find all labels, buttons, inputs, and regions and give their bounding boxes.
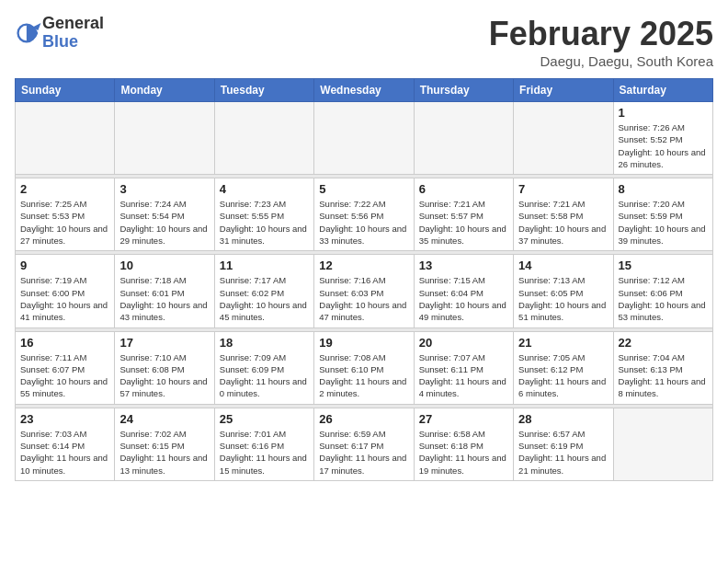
day-number: 22 (619, 336, 708, 350)
weekday-header-tuesday: Tuesday (214, 79, 313, 102)
calendar-cell: 4Sunrise: 7:23 AMSunset: 5:55 PMDaylight… (214, 178, 313, 251)
day-number: 25 (220, 412, 309, 426)
day-info: Sunrise: 7:18 AMSunset: 6:01 PMDaylight:… (119, 274, 209, 323)
calendar-cell: 28Sunrise: 6:57 AMSunset: 6:19 PMDayligh… (514, 408, 613, 480)
day-info: Sunrise: 7:26 AMSunset: 5:52 PMDaylight:… (619, 121, 708, 170)
day-number: 1 (619, 106, 708, 120)
calendar-cell: 27Sunrise: 6:58 AMSunset: 6:18 PMDayligh… (414, 408, 513, 480)
calendar-cell: 21Sunrise: 7:05 AMSunset: 6:12 PMDayligh… (514, 331, 613, 404)
day-info: Sunrise: 7:12 AMSunset: 6:06 PMDaylight:… (619, 274, 708, 323)
calendar-cell: 11Sunrise: 7:17 AMSunset: 6:02 PMDayligh… (214, 255, 313, 327)
day-number: 18 (220, 336, 309, 350)
calendar-cell (613, 408, 712, 480)
logo-icon (17, 20, 42, 46)
calendar-cell (16, 102, 115, 175)
day-info: Sunrise: 7:04 AMSunset: 6:13 PMDaylight:… (619, 351, 708, 400)
day-number: 10 (119, 259, 209, 272)
calendar-cell: 2Sunrise: 7:25 AMSunset: 5:53 PMDaylight… (16, 178, 115, 251)
calendar-cell: 19Sunrise: 7:08 AMSunset: 6:10 PMDayligh… (314, 331, 414, 404)
logo: General Blue (15, 15, 104, 52)
day-info: Sunrise: 7:16 AMSunset: 6:03 PMDaylight:… (319, 274, 408, 323)
location-subtitle: Daegu, Daegu, South Korea (489, 53, 713, 69)
calendar-cell: 12Sunrise: 7:16 AMSunset: 6:03 PMDayligh… (314, 255, 414, 327)
day-number: 27 (419, 412, 508, 426)
calendar-cell (115, 102, 214, 175)
day-number: 19 (319, 336, 408, 350)
day-info: Sunrise: 7:10 AMSunset: 6:08 PMDaylight:… (119, 351, 209, 400)
calendar-cell: 23Sunrise: 7:03 AMSunset: 6:14 PMDayligh… (16, 408, 115, 480)
calendar-cell: 22Sunrise: 7:04 AMSunset: 6:13 PMDayligh… (613, 331, 712, 404)
day-info: Sunrise: 7:13 AMSunset: 6:05 PMDaylight:… (518, 274, 608, 323)
day-number: 11 (220, 259, 309, 272)
day-info: Sunrise: 7:15 AMSunset: 6:04 PMDaylight:… (419, 274, 508, 323)
day-number: 5 (319, 182, 408, 196)
calendar-week-0: 1Sunrise: 7:26 AMSunset: 5:52 PMDaylight… (16, 102, 713, 175)
weekday-header-thursday: Thursday (414, 79, 513, 102)
calendar-cell: 17Sunrise: 7:10 AMSunset: 6:08 PMDayligh… (115, 331, 214, 404)
day-number: 6 (419, 182, 508, 196)
day-info: Sunrise: 6:59 AMSunset: 6:17 PMDaylight:… (319, 428, 408, 477)
day-number: 13 (419, 259, 508, 272)
calendar-cell: 15Sunrise: 7:12 AMSunset: 6:06 PMDayligh… (613, 255, 712, 327)
day-number: 15 (619, 259, 708, 272)
weekday-header-wednesday: Wednesday (314, 79, 414, 102)
day-number: 4 (220, 182, 309, 196)
day-info: Sunrise: 7:11 AMSunset: 6:07 PMDaylight:… (20, 351, 109, 400)
logo-general-text: General (42, 15, 104, 33)
day-number: 9 (20, 259, 109, 272)
day-info: Sunrise: 7:07 AMSunset: 6:11 PMDaylight:… (419, 351, 508, 400)
weekday-header-sunday: Sunday (16, 79, 115, 102)
month-title: February 2025 (489, 15, 713, 53)
weekday-header-monday: Monday (115, 79, 214, 102)
title-block: February 2025 Daegu, Daegu, South Korea (489, 15, 713, 69)
day-info: Sunrise: 7:23 AMSunset: 5:55 PMDaylight:… (220, 198, 309, 247)
day-info: Sunrise: 7:17 AMSunset: 6:02 PMDaylight:… (220, 274, 309, 323)
calendar-cell: 7Sunrise: 7:21 AMSunset: 5:58 PMDaylight… (514, 178, 613, 251)
calendar-cell: 25Sunrise: 7:01 AMSunset: 6:16 PMDayligh… (214, 408, 313, 480)
calendar-cell: 13Sunrise: 7:15 AMSunset: 6:04 PMDayligh… (414, 255, 513, 327)
day-number: 14 (518, 259, 608, 272)
day-number: 28 (518, 412, 608, 426)
calendar-cell: 20Sunrise: 7:07 AMSunset: 6:11 PMDayligh… (414, 331, 513, 404)
day-info: Sunrise: 7:25 AMSunset: 5:53 PMDaylight:… (20, 198, 109, 247)
day-info: Sunrise: 7:02 AMSunset: 6:15 PMDaylight:… (119, 428, 209, 477)
day-number: 24 (119, 412, 209, 426)
day-info: Sunrise: 7:21 AMSunset: 5:57 PMDaylight:… (419, 198, 508, 247)
calendar-cell (214, 102, 313, 175)
calendar-table: SundayMondayTuesdayWednesdayThursdayFrid… (15, 78, 713, 481)
calendar-cell: 18Sunrise: 7:09 AMSunset: 6:09 PMDayligh… (214, 331, 313, 404)
day-info: Sunrise: 6:57 AMSunset: 6:19 PMDaylight:… (518, 428, 608, 477)
calendar-cell: 24Sunrise: 7:02 AMSunset: 6:15 PMDayligh… (115, 408, 214, 480)
day-number: 21 (518, 336, 608, 350)
calendar-cell: 14Sunrise: 7:13 AMSunset: 6:05 PMDayligh… (514, 255, 613, 327)
weekday-header-saturday: Saturday (613, 79, 712, 102)
page-header: General Blue February 2025 Daegu, Daegu,… (15, 15, 713, 69)
day-number: 8 (619, 182, 708, 196)
day-info: Sunrise: 7:01 AMSunset: 6:16 PMDaylight:… (220, 428, 309, 477)
day-number: 17 (119, 336, 209, 350)
calendar-cell: 8Sunrise: 7:20 AMSunset: 5:59 PMDaylight… (613, 178, 712, 251)
day-number: 3 (119, 182, 209, 196)
calendar-cell (514, 102, 613, 175)
calendar-cell: 10Sunrise: 7:18 AMSunset: 6:01 PMDayligh… (115, 255, 214, 327)
day-number: 2 (20, 182, 109, 196)
day-info: Sunrise: 7:05 AMSunset: 6:12 PMDaylight:… (518, 351, 608, 400)
calendar-cell: 3Sunrise: 7:24 AMSunset: 5:54 PMDaylight… (115, 178, 214, 251)
day-info: Sunrise: 7:09 AMSunset: 6:09 PMDaylight:… (220, 351, 309, 400)
calendar-week-3: 16Sunrise: 7:11 AMSunset: 6:07 PMDayligh… (16, 331, 713, 404)
day-info: Sunrise: 7:24 AMSunset: 5:54 PMDaylight:… (119, 198, 209, 247)
day-info: Sunrise: 7:19 AMSunset: 6:00 PMDaylight:… (20, 274, 109, 323)
day-number: 16 (20, 336, 109, 350)
calendar-week-2: 9Sunrise: 7:19 AMSunset: 6:00 PMDaylight… (16, 255, 713, 327)
calendar-cell (414, 102, 513, 175)
calendar-cell: 9Sunrise: 7:19 AMSunset: 6:00 PMDaylight… (16, 255, 115, 327)
calendar-cell (314, 102, 414, 175)
day-info: Sunrise: 6:58 AMSunset: 6:18 PMDaylight:… (419, 428, 508, 477)
day-info: Sunrise: 7:20 AMSunset: 5:59 PMDaylight:… (619, 198, 708, 247)
day-number: 20 (419, 336, 508, 350)
day-info: Sunrise: 7:08 AMSunset: 6:10 PMDaylight:… (319, 351, 408, 400)
calendar-week-1: 2Sunrise: 7:25 AMSunset: 5:53 PMDaylight… (16, 178, 713, 251)
logo-text: General Blue (42, 15, 104, 52)
day-number: 23 (20, 412, 109, 426)
calendar-cell: 6Sunrise: 7:21 AMSunset: 5:57 PMDaylight… (414, 178, 513, 251)
